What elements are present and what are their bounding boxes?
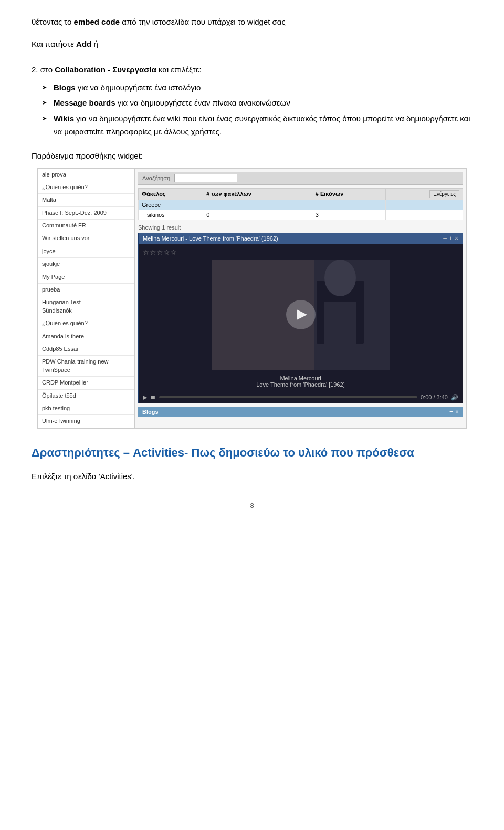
bullet-mb-text: για να δημιουργήσετε έναν πίνακα ανακοιν… xyxy=(116,98,290,107)
volume-icon[interactable]: 🔊 xyxy=(451,394,458,401)
sidebar-item-sjoukje[interactable]: sjoukje xyxy=(38,258,134,271)
video-person xyxy=(212,260,390,370)
bullet-message-boards: Message boards για να δημιουργήσετε έναν… xyxy=(42,96,472,110)
table-row-sikinos: sikinos 0 3 xyxy=(139,210,463,220)
add-text1: Και πατήστε xyxy=(32,39,76,48)
cell-folder-name: Greece xyxy=(139,200,203,210)
stop-icon[interactable]: ⏹ xyxy=(150,394,156,400)
video-panel-controls: – + × xyxy=(443,235,458,242)
step2-text2: και επιλέξτε: xyxy=(156,65,202,74)
svg-point-2 xyxy=(324,260,356,296)
intro-text1: θέτοντας το xyxy=(32,17,74,26)
video-panel-header: Melina Mercouri - Love Theme from 'Phaed… xyxy=(139,233,463,244)
progress-bar[interactable] xyxy=(159,396,417,398)
sidebar-item-malta[interactable]: Malta xyxy=(38,194,134,206)
bullet-wikis: Wikis για να δημιουργήσετε ένα wiki που … xyxy=(42,112,472,139)
time-display: 0:00 / 3:40 xyxy=(421,394,448,400)
sidebar-item-amanda[interactable]: Amanda is there xyxy=(38,330,134,343)
video-controls-bar: ▶ ⏹ 0:00 / 3:40 🔊 xyxy=(139,392,463,403)
add-bold: Add xyxy=(76,39,91,48)
video-thumbnail xyxy=(212,260,390,370)
blogs-minimize-icon[interactable]: – xyxy=(444,408,447,416)
sidebar-item-prueba[interactable]: prueba xyxy=(38,284,134,296)
sidebar-item-hungarian[interactable]: Hungarian Test -Sündisznók xyxy=(38,296,134,317)
sidebar-item-pkb[interactable]: pkb testing xyxy=(38,402,134,415)
panel-expand-icon[interactable]: + xyxy=(449,235,453,242)
sidebar-item-phase1[interactable]: Phase I: Sept.-Dez. 2009 xyxy=(38,207,134,220)
activities-heading-part1: Δραστηριότητες – Activities- xyxy=(32,446,188,459)
svg-rect-3 xyxy=(324,302,356,344)
actions-button[interactable]: Ενέργειες xyxy=(429,190,459,198)
video-stars: ☆☆☆☆☆ xyxy=(143,248,177,256)
intro-paragraph: θέτοντας το embed code από την ιστοσελίδ… xyxy=(32,16,472,28)
sidebar-item-quien2[interactable]: ¿Quién es quién? xyxy=(38,317,134,330)
activities-heading-part2: Πως δημοσιεύω το υλικό που πρόσθεσα xyxy=(188,446,414,459)
sidebar-item-joyce[interactable]: joyce xyxy=(38,245,134,258)
sidebar-item-mypage[interactable]: My Page xyxy=(38,271,134,284)
widget-screenshot: ale-prova ¿Quién es quién? Malta Phase I… xyxy=(37,168,467,429)
video-caption2: Love Theme from 'Phaedra' [1962] xyxy=(256,381,345,388)
panel-close-icon[interactable]: × xyxy=(455,235,458,242)
add-text2: ή xyxy=(91,39,98,48)
video-svg xyxy=(212,260,390,370)
search-input[interactable] xyxy=(174,174,237,182)
sidebar-item-ale-prova[interactable]: ale-prova xyxy=(38,169,134,181)
sidebar-item-quien1[interactable]: ¿Quién es quién? xyxy=(38,181,134,194)
blogs-panel-controls: – + × xyxy=(444,408,459,416)
col-header-count2: # Εικόνων xyxy=(312,188,385,200)
step2-bold1: Collaboration - Συνεργασία xyxy=(55,65,156,74)
table-row-greece: Greece xyxy=(139,200,463,210)
play-icon[interactable]: ▶ xyxy=(143,394,147,401)
activities-heading: Δραστηριότητες – Activities- Πως δημοσιε… xyxy=(32,445,472,461)
activities-subtext: Επιλέξτε τη σελίδα 'Activities'. xyxy=(32,472,472,481)
page-number: 8 xyxy=(32,502,472,510)
widget-search-bar: Αναζήτηση xyxy=(138,172,463,185)
col-header-actions: Ενέργειες xyxy=(386,188,463,200)
intro-text2: από την ιστοσελίδα που υπάρχει το widget… xyxy=(120,17,286,26)
bullet-mb-bold: Message boards xyxy=(54,98,116,107)
col-header-folder: Φάκελος xyxy=(139,188,203,200)
bullet-blogs-text: για να δημιουργήσετε ένα ιστολόγιο xyxy=(76,83,201,92)
bullet-wikis-bold: Wikis xyxy=(54,114,74,123)
sidebar-item-pdw[interactable]: PDW Chania-training new TwinSpace xyxy=(38,356,134,377)
widget-sidebar: ale-prova ¿Quién es quién? Malta Phase I… xyxy=(38,169,135,428)
col-header-count1: # των φακέλλων xyxy=(203,188,312,200)
cell-sub-empty xyxy=(386,210,463,220)
widget-main: Αναζήτηση Φάκελος # των φακέλλων # Εικόν… xyxy=(135,169,466,428)
cell-sub-count1: 0 xyxy=(203,210,312,220)
cell-subfolder: sikinos xyxy=(139,210,203,220)
blogs-panel-title: Blogs xyxy=(142,409,159,415)
sidebar-item-crdp[interactable]: CRDP Montpellier xyxy=(38,377,134,389)
example-title: Παράδειγμα προσθήκης widget: xyxy=(32,151,472,160)
step2-text1: στο xyxy=(38,65,55,74)
video-panel: Melina Mercouri - Love Theme from 'Phaed… xyxy=(138,233,463,403)
video-caption: Melina Mercouri Love Theme from 'Phaedra… xyxy=(256,375,345,388)
panel-minimize-icon[interactable]: – xyxy=(443,235,447,242)
widget-table: Φάκελος # των φακέλλων # Εικόνων Ενέργει… xyxy=(138,188,463,220)
blogs-panel-header: Blogs – + × xyxy=(138,407,463,417)
add-paragraph: Και πατήστε Add ή xyxy=(32,38,472,50)
step2-number: 2. xyxy=(32,65,38,74)
widget-outer: ale-prova ¿Quién es quién? Malta Phase I… xyxy=(37,168,467,429)
step2-title: 2. στο Collaboration - Συνεργασία και επ… xyxy=(32,63,472,77)
blogs-expand-icon[interactable]: + xyxy=(449,408,453,416)
video-caption1: Melina Mercouri xyxy=(256,375,345,381)
sidebar-item-opilaste[interactable]: Õpilaste tööd xyxy=(38,390,134,402)
bullet-blogs: Blogs για να δημιουργήσετε ένα ιστολόγιο xyxy=(42,81,472,95)
search-label: Αναζήτηση xyxy=(142,175,170,181)
video-panel-title: Melina Mercouri - Love Theme from 'Phaed… xyxy=(143,235,278,242)
cell-sub-count2: 3 xyxy=(312,210,385,220)
sidebar-item-communaute[interactable]: Communauté FR xyxy=(38,220,134,232)
intro-bold1: embed code xyxy=(74,17,120,26)
showing-result: Showing 1 result xyxy=(138,223,463,233)
sidebar-item-cddp85[interactable]: Cddp85 Essai xyxy=(38,343,134,356)
sidebar-item-ulm[interactable]: Ulm-eTwinning xyxy=(38,415,134,428)
video-content: ☆☆☆☆☆ xyxy=(139,244,463,392)
bullets-list: Blogs για να δημιουργήσετε ένα ιστολόγιο… xyxy=(32,81,472,139)
cell-count1 xyxy=(203,200,312,210)
cell-empty xyxy=(386,200,463,210)
bullet-wikis-text: για να δημιουργήσετε ένα wiki που είναι … xyxy=(54,114,470,137)
step2-section: 2. στο Collaboration - Συνεργασία και επ… xyxy=(32,63,472,139)
blogs-close-icon[interactable]: × xyxy=(455,408,459,416)
sidebar-item-wir[interactable]: Wir stellen uns vor xyxy=(38,232,134,245)
